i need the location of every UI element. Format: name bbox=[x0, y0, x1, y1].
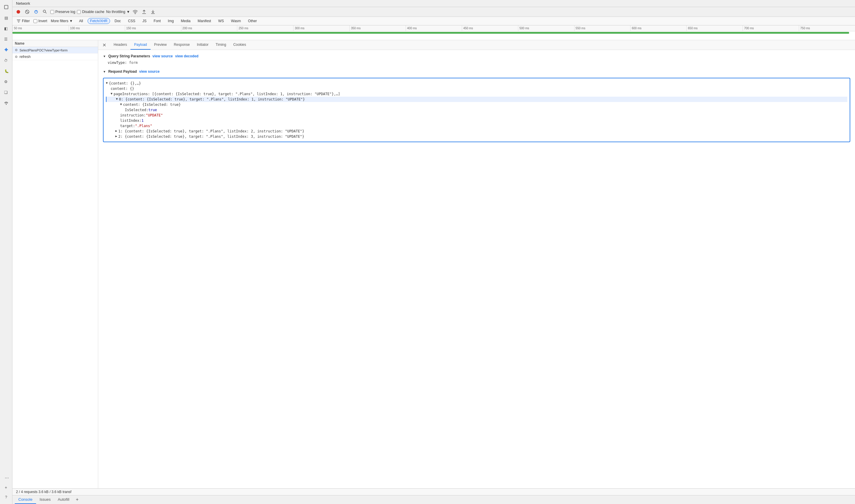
tab-preview[interactable]: Preview bbox=[151, 40, 170, 50]
tick-500ms: 500 ms bbox=[518, 25, 574, 31]
filter-css-button[interactable]: CSS bbox=[125, 18, 138, 24]
bottom-tab-issues[interactable]: Issues bbox=[36, 496, 54, 504]
content-area: Name ⚙ SelectPlansPOC?viewType=form ⚙ re… bbox=[13, 40, 855, 488]
tree-isselected: IsSelected: true bbox=[106, 107, 847, 113]
filter-doc-button[interactable]: Doc bbox=[112, 18, 123, 24]
throttle-dropdown-icon: ▼ bbox=[126, 10, 130, 14]
bottom-tab-console[interactable]: Console bbox=[15, 496, 36, 504]
detail-content[interactable]: ▼ Query String Parameters view source vi… bbox=[98, 50, 855, 488]
detail-tab-bar: ✕ Headers Payload Preview Response Initi… bbox=[98, 40, 855, 50]
sources-icon[interactable]: ◧ bbox=[1, 24, 11, 33]
svg-text:▤: ▤ bbox=[4, 16, 8, 20]
tab-payload[interactable]: Payload bbox=[130, 40, 150, 50]
tree-page-instructions[interactable]: ▼ pageInstructions: [{content: {IsSelect… bbox=[106, 91, 847, 97]
download-button[interactable] bbox=[150, 8, 157, 15]
svg-text:?: ? bbox=[5, 495, 7, 499]
timeline-ruler: 50 ms 100 ms 150 ms 200 ms 250 ms 300 ms… bbox=[13, 25, 855, 31]
svg-point-13 bbox=[17, 10, 20, 14]
tick-750ms: 750 ms bbox=[799, 25, 855, 31]
throttle-selector[interactable]: No throttling ▼ bbox=[106, 10, 130, 14]
bottom-tab-add[interactable]: + bbox=[73, 496, 81, 504]
tree-item0-content[interactable]: ▼ content: {IsSelected: true} bbox=[106, 102, 847, 107]
help-icon[interactable]: ? bbox=[1, 492, 11, 502]
layers-icon[interactable]: ❏ bbox=[1, 88, 11, 97]
filter-manifest-button[interactable]: Manifest bbox=[195, 18, 214, 24]
request-payload-section-header: ▼ Request Payload view source bbox=[103, 68, 850, 75]
filter-wasm-button[interactable]: Wasm bbox=[228, 18, 244, 24]
clear-button[interactable] bbox=[24, 8, 31, 15]
filter-js-button[interactable]: JS bbox=[140, 18, 149, 24]
tab-timing[interactable]: Timing bbox=[212, 40, 230, 50]
query-string-toggle[interactable]: ▼ bbox=[103, 55, 106, 58]
filter-fetchxhr-button[interactable]: Fetch/XHR bbox=[88, 18, 110, 24]
request-item-selectplans[interactable]: ⚙ SelectPlansPOC?viewType=form bbox=[13, 47, 98, 54]
invert-checkbox[interactable] bbox=[33, 19, 37, 23]
tree-item1-toggle[interactable]: ▶ bbox=[116, 129, 117, 132]
filter-ws-button[interactable]: WS bbox=[215, 18, 226, 24]
tree-item0-toggle[interactable]: ▼ bbox=[116, 97, 118, 101]
network-icon[interactable] bbox=[1, 45, 11, 54]
tick-700ms: 700 ms bbox=[743, 25, 799, 31]
wifi-signal-button[interactable] bbox=[132, 8, 139, 15]
search-button[interactable] bbox=[41, 8, 49, 15]
filter-img-button[interactable]: Img bbox=[165, 18, 176, 24]
tree-pageinstructions-toggle[interactable]: ▼ bbox=[111, 92, 112, 95]
svg-rect-0 bbox=[4, 5, 8, 9]
wifi-devtools-icon[interactable] bbox=[1, 98, 11, 108]
tree-root-toggle[interactable]: ▼ bbox=[106, 81, 108, 85]
add-devtools-icon[interactable]: + bbox=[1, 483, 11, 492]
preserve-log-checkbox[interactable] bbox=[50, 10, 54, 14]
request-icon-1: ⚙ bbox=[15, 48, 18, 52]
tree-item-0[interactable]: ▼ 0: {content: {IsSelected: true}, targe… bbox=[106, 97, 847, 102]
network-conditions-button[interactable] bbox=[33, 8, 40, 15]
invert-checkbox-label[interactable]: Invert bbox=[33, 19, 47, 23]
filter-toggle-button[interactable]: Filter bbox=[15, 18, 32, 24]
more-filters-button[interactable]: More filters ▼ bbox=[49, 18, 75, 24]
more-tools-icon[interactable]: ⋯ bbox=[1, 473, 11, 483]
left-sidebar: ▤ ◧ ☰ ⏱ 🐛 ⚙ ❏ ⋯ + ? bbox=[0, 0, 13, 504]
tree-item2-toggle[interactable]: ▶ bbox=[116, 134, 117, 138]
svg-text:🐛: 🐛 bbox=[4, 69, 8, 73]
close-detail-button[interactable]: ✕ bbox=[101, 41, 108, 49]
svg-text:◧: ◧ bbox=[4, 26, 8, 31]
inspect-icon[interactable] bbox=[1, 2, 11, 12]
filter-media-button[interactable]: Media bbox=[178, 18, 193, 24]
elements-icon[interactable]: ☰ bbox=[1, 34, 11, 44]
tick-350ms: 350 ms bbox=[349, 25, 406, 31]
upload-button[interactable] bbox=[141, 8, 147, 15]
payload-tree-box: ▼ {content: {},…} content: {} ▼ pageInst… bbox=[103, 78, 850, 142]
query-string-view-source-link[interactable]: view source bbox=[152, 54, 173, 58]
status-bar: 2 / 4 requests 3.6 kB / 3.6 kB transf bbox=[13, 488, 855, 495]
bottom-tab-autofill[interactable]: Autofill bbox=[54, 496, 73, 504]
request-item-refresh[interactable]: ⚙ refresh bbox=[13, 54, 98, 60]
preserve-log-label[interactable]: Preserve log bbox=[50, 10, 75, 14]
tab-response[interactable]: Response bbox=[170, 40, 193, 50]
svg-point-9 bbox=[6, 104, 6, 105]
svg-text:⚙: ⚙ bbox=[4, 79, 8, 84]
debug-icon[interactable]: 🐛 bbox=[1, 66, 11, 76]
settings-icon[interactable]: ⚙ bbox=[1, 77, 11, 86]
request-payload-view-source-link[interactable]: view source bbox=[139, 70, 160, 74]
query-string-view-decoded-link[interactable]: view decoded bbox=[175, 54, 198, 58]
console-icon[interactable]: ▤ bbox=[1, 13, 11, 22]
tree-root[interactable]: ▼ {content: {},…} bbox=[106, 81, 847, 86]
tree-item0-content-toggle[interactable]: ▼ bbox=[120, 103, 122, 106]
disable-cache-label[interactable]: Disable cache bbox=[77, 10, 104, 14]
filter-font-button[interactable]: Font bbox=[151, 18, 163, 24]
tree-item-1[interactable]: ▶ 1: {content: {IsSelected: true}, targe… bbox=[106, 129, 847, 134]
performance-icon[interactable]: ⏱ bbox=[1, 56, 11, 65]
tree-content-empty: content: {} bbox=[106, 86, 847, 91]
tree-item-2[interactable]: ▶ 2: {content: {IsSelected: true}, targe… bbox=[106, 134, 847, 139]
tree-listindex: listIndex: 1 bbox=[106, 118, 847, 123]
record-button[interactable] bbox=[15, 8, 22, 15]
tab-headers[interactable]: Headers bbox=[110, 40, 130, 50]
tick-300ms: 300 ms bbox=[293, 25, 349, 31]
disable-cache-checkbox[interactable] bbox=[77, 10, 81, 14]
request-icon-2: ⚙ bbox=[15, 55, 18, 59]
tab-initiator[interactable]: Initiator bbox=[193, 40, 212, 50]
filter-all-button[interactable]: All bbox=[76, 18, 86, 24]
filter-other-button[interactable]: Other bbox=[245, 18, 260, 24]
tab-cookies[interactable]: Cookies bbox=[230, 40, 249, 50]
request-payload-toggle[interactable]: ▼ bbox=[103, 70, 106, 73]
tick-150ms: 150 ms bbox=[125, 25, 181, 31]
